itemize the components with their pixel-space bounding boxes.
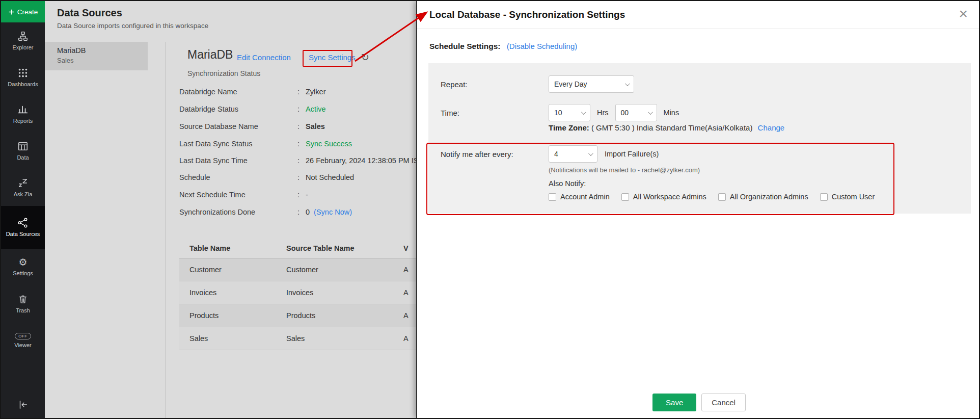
- sidebar-item-settings[interactable]: ⚙ Settings: [1, 249, 45, 285]
- checkbox-all-organization-admins[interactable]: All Organization Admins: [718, 193, 808, 201]
- sidebar-item-dashboards[interactable]: Dashboards: [1, 59, 45, 96]
- datasource-subtitle: Sales: [57, 57, 148, 64]
- notify-checkboxes: Account Admin All Workspace Admins All O…: [549, 193, 875, 201]
- field-source-database-name: Source Database Name:Sales: [179, 122, 325, 130]
- plus-icon: [8, 9, 15, 15]
- page-title: Data Sources: [57, 7, 208, 19]
- sidebar-item-data[interactable]: Data: [1, 133, 45, 169]
- viewer-off-badge: OFF: [15, 333, 31, 339]
- chevron-down-icon: [648, 110, 653, 115]
- panel-footer: Save Cancel: [417, 394, 980, 411]
- notify-count-select[interactable]: 4: [549, 145, 597, 163]
- checkbox-account-admin[interactable]: Account Admin: [549, 193, 610, 201]
- sidebar-item-label: Dashboards: [8, 81, 38, 88]
- sidebar-item-viewer[interactable]: OFF Viewer: [1, 322, 45, 359]
- checkbox-label: All Organization Admins: [730, 193, 808, 201]
- sidebar-item-label: Data Sources: [6, 231, 40, 238]
- notify-label: Notify me after every:: [441, 150, 513, 159]
- screen: Create Explorer Dashboards Reports Data …: [0, 0, 980, 419]
- table-header-source: Source Table Name: [286, 238, 403, 258]
- cancel-button[interactable]: Cancel: [701, 394, 746, 411]
- schedule-settings-label: Schedule Settings:: [429, 42, 501, 50]
- sidebar-item-label: Viewer: [14, 342, 31, 349]
- table-row: ProductsProductsA: [179, 304, 423, 327]
- also-notify-label: Also Notify:: [549, 179, 586, 188]
- sidebar-item-data-sources[interactable]: Data Sources: [1, 206, 45, 249]
- hrs-unit-label: Hrs: [597, 109, 609, 117]
- table-row: InvoicesInvoicesA: [179, 281, 423, 304]
- sidebar-item-explorer[interactable]: Explorer: [1, 22, 45, 59]
- panel-header: Local Database - Synchronization Setting…: [417, 1, 980, 29]
- panel-title: Local Database - Synchronization Setting…: [429, 9, 625, 20]
- ask-zia-icon: [17, 177, 29, 189]
- refresh-icon[interactable]: ↻: [361, 51, 369, 63]
- checkbox-label: Custom User: [832, 193, 875, 201]
- repeat-row: Every Day: [549, 75, 634, 93]
- schedule-form: Repeat: Every Day Time: 10 Hrs 00 Mins: [428, 63, 971, 214]
- field-databridge-status: Databridge Status:Active: [179, 105, 326, 113]
- edit-connection-link[interactable]: Edit Connection: [237, 53, 291, 62]
- notify-row: 4 Import Failure(s): [549, 145, 659, 163]
- gear-icon: ⚙: [18, 257, 27, 268]
- trash-icon: [17, 294, 29, 305]
- timezone-value: ( GMT 5:30 ) India Standard Time(Asia/Ko…: [591, 123, 753, 132]
- repeat-select[interactable]: Every Day: [549, 75, 634, 93]
- table-row: CustomerCustomerA: [179, 258, 423, 281]
- reports-icon: [17, 104, 29, 115]
- checkbox[interactable]: [549, 193, 556, 201]
- sidebar-item-reports[interactable]: Reports: [1, 96, 45, 133]
- checkbox-custom-user[interactable]: Custom User: [820, 193, 875, 201]
- sidebar-item-label: Settings: [13, 270, 33, 277]
- dashboards-icon: [17, 67, 29, 78]
- field-databridge-name: Databridge Name:Zylker: [179, 88, 325, 96]
- table-header-clipped: V: [403, 238, 409, 258]
- checkbox-label: All Workspace Admins: [633, 193, 706, 201]
- data-icon: [17, 141, 29, 152]
- collapse-sidebar-button[interactable]: [1, 391, 45, 418]
- field-last-sync-status: Last Data Sync Status:Sync Success: [179, 140, 352, 148]
- datasource-name: MariaDB: [57, 46, 148, 55]
- sync-settings-link[interactable]: Sync Settings: [309, 53, 356, 62]
- schedule-settings-line: Schedule Settings: (Disable Scheduling): [429, 42, 577, 51]
- mins-unit-label: Mins: [664, 109, 679, 117]
- data-sources-icon: [17, 217, 29, 228]
- hours-select[interactable]: 10: [549, 104, 590, 121]
- chevron-down-icon: [581, 110, 586, 115]
- list-divider: [165, 42, 166, 418]
- table-header-row: Table NameSource Table NameV: [179, 238, 423, 258]
- create-button-label: Create: [17, 8, 38, 16]
- checkbox-all-workspace-admins[interactable]: All Workspace Admins: [621, 193, 706, 201]
- explorer-icon: [17, 31, 29, 42]
- disable-scheduling-link[interactable]: (Disable Scheduling): [507, 42, 577, 50]
- checkbox[interactable]: [820, 193, 828, 201]
- minutes-select[interactable]: 00: [615, 104, 657, 121]
- sidebar-item-ask-zia[interactable]: Ask Zia: [1, 169, 45, 206]
- sidebar-item-label: Ask Zia: [14, 191, 33, 198]
- field-schedule: Schedule:Not Scheduled: [179, 173, 354, 181]
- page-subtitle: Data Source imports configured in this w…: [57, 22, 208, 30]
- field-synchronizations-done: Synchronizations Done:0(Sync Now): [179, 208, 352, 216]
- save-button[interactable]: Save: [652, 394, 696, 411]
- checkbox[interactable]: [718, 193, 726, 201]
- timezone-label: Time Zone:: [549, 123, 589, 132]
- notify-suffix-label: Import Failure(s): [605, 150, 659, 158]
- datasource-list-item[interactable]: MariaDB Sales: [45, 42, 148, 70]
- notify-note: (Notifications will be mailed to - rache…: [549, 166, 700, 174]
- time-row: 10 Hrs 00 Mins: [549, 104, 686, 121]
- repeat-label: Repeat:: [441, 80, 468, 89]
- datasource-details-title: MariaDB: [187, 48, 233, 62]
- timezone-change-link[interactable]: Change: [758, 123, 785, 132]
- page-header: Data Sources Data Source imports configu…: [57, 7, 208, 30]
- sidebar-item-label: Trash: [16, 307, 30, 314]
- sidebar-item-trash[interactable]: Trash: [1, 285, 45, 322]
- table-row: SalesSalesA: [179, 327, 423, 350]
- create-button[interactable]: Create: [1, 1, 45, 22]
- close-icon[interactable]: ×: [959, 5, 968, 22]
- sidebar-item-label: Data: [17, 154, 29, 161]
- sync-now-link[interactable]: (Sync Now): [314, 208, 352, 216]
- chevron-down-icon: [588, 151, 593, 156]
- sync-status-section-label: Synchronization Status: [187, 69, 260, 77]
- collapse-arrow-icon: [17, 399, 29, 410]
- checkbox[interactable]: [621, 193, 629, 201]
- sidebar-item-label: Reports: [13, 118, 33, 124]
